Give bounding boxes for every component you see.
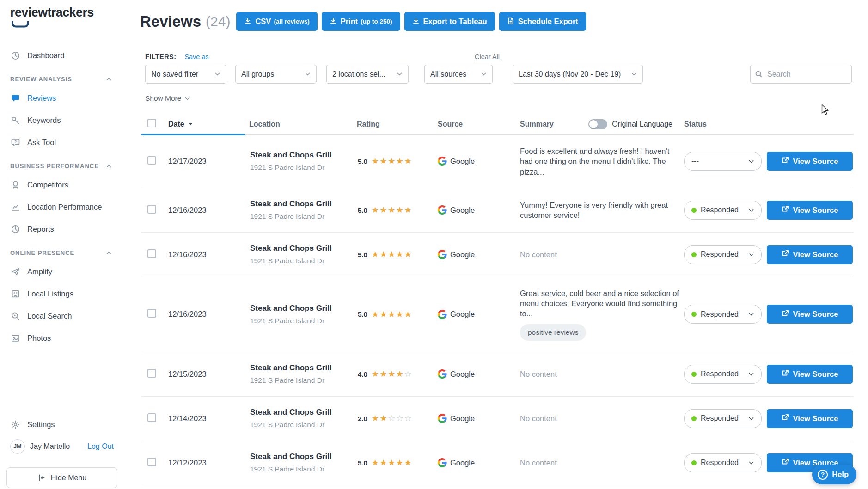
external-link-icon	[782, 157, 789, 166]
summary-tag[interactable]: positive reviews	[520, 324, 586, 341]
table-row-partial: Steak and Chops Grill	[141, 485, 854, 489]
section-review-analysis[interactable]: REVIEW ANALYSIS	[0, 71, 124, 87]
help-button[interactable]: ? Help	[812, 465, 856, 484]
star-filled-icon: ★	[380, 414, 388, 423]
status-dropdown[interactable]: ---	[684, 152, 762, 171]
search-icon	[755, 70, 763, 78]
row-checkbox[interactable]	[147, 205, 156, 214]
gear-icon	[10, 419, 20, 429]
saved-filter-dropdown[interactable]: No saved filter	[145, 65, 226, 84]
section-online-presence[interactable]: ONLINE PRESENCE	[0, 245, 124, 260]
star-rating: ★★★★★	[372, 205, 412, 215]
section-business-performance[interactable]: BUSINESS PERFORMANCE	[0, 158, 124, 174]
dropdown-value: Last 30 days (Nov 20 - Dec 19)	[519, 70, 621, 78]
review-summary: No content	[520, 369, 679, 379]
status-dropdown[interactable]: Responded	[684, 409, 762, 428]
status-dropdown[interactable]: Responded	[684, 453, 762, 472]
sidebar-item-keywords[interactable]: Keywords	[0, 109, 124, 131]
review-rows: 12/17/2023 Steak and Chops Grill 1921 S …	[141, 135, 854, 485]
collapse-menu-icon	[37, 473, 46, 482]
sidebar-item-label: Settings	[27, 420, 55, 429]
column-header-date[interactable]: Date	[165, 120, 248, 128]
logout-link[interactable]: Log Out	[87, 442, 114, 451]
review-date: 12/17/2023	[165, 157, 248, 166]
sidebar-item-ask-tool[interactable]: ? Ask Tool	[0, 131, 124, 153]
location-name: Steak and Chops Grill	[250, 244, 355, 253]
status-label: Responded	[701, 310, 748, 319]
sidebar-item-reviews[interactable]: Reviews	[0, 87, 124, 109]
original-language-toggle[interactable]	[588, 119, 607, 129]
source-name: Google	[450, 250, 475, 259]
external-link-icon	[782, 458, 789, 467]
locations-dropdown[interactable]: 2 locations sel...	[326, 65, 409, 84]
groups-dropdown[interactable]: All groups	[235, 65, 317, 84]
star-filled-icon: ★	[388, 369, 396, 379]
review-date: 12/15/2023	[165, 370, 248, 379]
view-source-button[interactable]: View Source	[767, 201, 853, 220]
sidebar-item-amplify[interactable]: Amplify	[0, 260, 124, 283]
chevron-down-icon	[214, 71, 220, 77]
print-export-button[interactable]: Print (up to 250)	[322, 12, 400, 31]
sidebar-item-dashboard[interactable]: Dashboard	[0, 44, 124, 66]
date-range-dropdown[interactable]: Last 30 days (Nov 20 - Dec 19)	[513, 65, 643, 84]
photo-icon	[10, 333, 20, 343]
user-row: JM Jay Martello Log Out	[0, 435, 124, 458]
status-dot-icon	[691, 416, 697, 421]
sidebar-item-local-listings[interactable]: Local Listings	[0, 283, 124, 305]
status-dropdown[interactable]: Responded	[684, 305, 762, 324]
star-rating: ★★★★★	[372, 309, 412, 320]
sort-down-icon	[188, 120, 193, 128]
view-source-button[interactable]: View Source	[767, 365, 853, 384]
save-as-link[interactable]: Save as	[184, 53, 208, 60]
google-icon	[438, 157, 447, 166]
status-dropdown[interactable]: Responded	[684, 365, 762, 384]
hide-menu-button[interactable]: Hide Menu	[6, 467, 117, 488]
export-tableau-button[interactable]: Export to Tableau	[404, 12, 495, 31]
row-checkbox[interactable]	[147, 156, 156, 165]
page-header: Reviews (24) CSV (all reviews) Print (up…	[140, 12, 868, 31]
sidebar-item-settings[interactable]: Settings	[0, 413, 124, 435]
rating-value: 5.0	[358, 251, 367, 259]
status-dropdown[interactable]: Responded	[684, 245, 762, 264]
download-icon	[412, 17, 420, 26]
schedule-export-button[interactable]: Schedule Export	[499, 12, 586, 31]
dropdown-value: All sources	[430, 70, 466, 78]
star-filled-icon: ★	[404, 310, 412, 319]
status-dropdown[interactable]: Responded	[684, 201, 762, 220]
original-language-control: Original Language	[588, 119, 672, 129]
sources-dropdown[interactable]: All sources	[424, 65, 493, 84]
chevron-down-icon	[397, 71, 403, 77]
row-checkbox[interactable]	[147, 249, 156, 258]
key-icon	[10, 115, 20, 125]
help-label: Help	[832, 470, 849, 479]
row-checkbox[interactable]	[147, 458, 156, 466]
row-checkbox[interactable]	[147, 369, 156, 378]
table-header: Date Location Rating Source Summary Orig…	[141, 114, 854, 135]
sidebar-item-location-performance[interactable]: Location Performance	[0, 196, 124, 218]
view-source-button[interactable]: View Source	[767, 152, 853, 171]
location-address: 1921 S Padre Island Dr	[250, 257, 355, 265]
csv-export-button[interactable]: CSV (all reviews)	[236, 12, 317, 31]
clear-all-link[interactable]: Clear All	[475, 53, 500, 60]
row-checkbox[interactable]	[147, 413, 156, 422]
column-header-rating: Rating	[357, 120, 436, 128]
rating-value: 5.0	[358, 206, 367, 214]
sidebar-item-competitors[interactable]: Competitors	[0, 174, 124, 196]
column-header-source: Source	[438, 120, 519, 128]
view-source-button[interactable]: View Source	[767, 245, 853, 264]
view-source-button[interactable]: View Source	[767, 305, 853, 324]
app-root: reviewtrackers Dashboard REVIEW ANALYSIS…	[0, 0, 868, 489]
show-more-link[interactable]: Show More	[145, 94, 190, 103]
view-source-button[interactable]: View Source	[767, 409, 853, 428]
star-filled-icon: ★	[380, 205, 388, 215]
sidebar-item-label: Competitors	[27, 181, 68, 189]
sidebar-item-local-search[interactable]: Local Search	[0, 305, 124, 327]
search-input[interactable]	[750, 65, 852, 84]
external-link-icon	[782, 205, 789, 215]
sidebar-item-reports[interactable]: Reports	[0, 218, 124, 240]
row-checkbox[interactable]	[147, 309, 156, 318]
select-all-checkbox[interactable]	[147, 119, 156, 127]
star-filled-icon: ★	[372, 414, 380, 423]
sidebar-item-photos[interactable]: Photos	[0, 327, 124, 349]
filters-labels: FILTERS: Save as	[145, 53, 868, 60]
